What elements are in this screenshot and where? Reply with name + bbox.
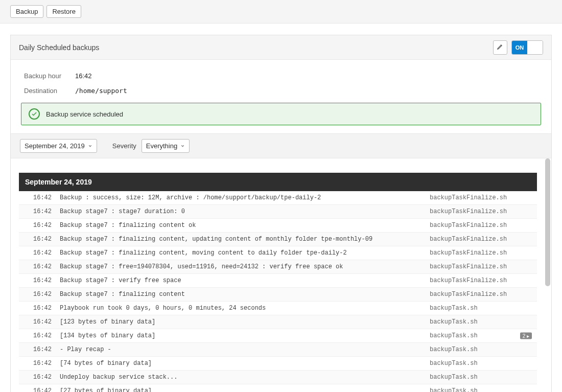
scrollbar-thumb[interactable] <box>545 158 550 286</box>
edit-button[interactable] <box>493 40 507 55</box>
log-message: Backup stage7 : finalizing content, upda… <box>55 233 425 246</box>
log-message: Backup stage7 : verify free space <box>55 274 425 288</box>
log-row[interactable]: 16:42- Play recap -backupTask.sh <box>19 343 537 357</box>
panel-title: Daily Scheduled backups <box>19 43 99 52</box>
restore-button[interactable]: Restore <box>46 5 81 18</box>
log-source: backupTask.sh <box>425 343 537 357</box>
log-message: Playbook run took 0 days, 0 hours, 0 min… <box>55 302 425 315</box>
date-filter-select[interactable]: September 24, 2019 <box>20 139 97 153</box>
severity-label: Severity <box>112 142 136 150</box>
destination-label: Destination <box>24 87 75 95</box>
filter-bar: September 24, 2019 Severity Everything <box>11 133 551 158</box>
backup-hour-label: Backup hour <box>24 72 75 80</box>
daily-backups-panel: Daily Scheduled backups ON Backup hour 1… <box>10 35 552 392</box>
log-source: backupTaskFinalize.sh <box>425 205 537 219</box>
destination-row: Destination /home/support <box>19 85 543 100</box>
log-row[interactable]: 16:42[74 bytes of binary data]backupTask… <box>19 357 537 371</box>
log-row[interactable]: 16:42Backup : success, size: 12M, archiv… <box>19 191 537 205</box>
log-row[interactable]: 16:42[27 bytes of binary data]backupTask… <box>19 384 537 393</box>
log-source: backupTaskFinalize.sh <box>425 219 537 233</box>
log-row[interactable]: 16:42Backup stage7 : free=194078304, use… <box>19 260 537 274</box>
log-time: 16:42 <box>19 205 55 219</box>
log-source: backupTask.sh <box>425 315 537 329</box>
log-message: Backup : success, size: 12M, archive : /… <box>55 191 425 205</box>
log-time: 16:42 <box>19 315 55 329</box>
log-time: 16:42 <box>19 302 55 315</box>
log-source: backupTaskFinalize.sh <box>425 260 537 274</box>
success-alert: Backup service scheduled <box>21 103 541 125</box>
panel-header: Daily Scheduled backups ON <box>11 35 551 60</box>
severity-filter-value: Everything <box>146 142 177 150</box>
log-time: 16:42 <box>19 233 55 246</box>
log-row[interactable]: 16:42Backup stage7 : stage7 duration: 0b… <box>19 205 537 219</box>
log-source: backupTaskFinalize.sh <box>425 288 537 302</box>
log-row[interactable]: 16:42Backup stage7 : finalizing contentb… <box>19 288 537 302</box>
log-row[interactable]: 16:42[134 bytes of binary data]backupTas… <box>19 329 537 343</box>
log-source: backupTaskFinalize.sh <box>425 274 537 288</box>
toggle-on-label: ON <box>512 41 527 54</box>
log-row[interactable]: 16:42Backup stage7 : finalizing content,… <box>19 233 537 246</box>
pencil-icon <box>497 43 504 52</box>
log-message: - Play recap - <box>55 343 425 357</box>
log-time: 16:42 <box>19 371 55 384</box>
log-message: [134 bytes of binary data] <box>55 329 425 343</box>
log-row[interactable]: 16:42Undeploy backup service stack...bac… <box>19 371 537 384</box>
log-time: 16:42 <box>19 384 55 393</box>
log-message: Backup stage7 : finalizing content <box>55 288 425 302</box>
log-source: backupTask.sh <box>425 371 537 384</box>
enable-toggle[interactable]: ON <box>511 40 543 55</box>
log-message: Backup stage7 : finalizing content ok <box>55 219 425 233</box>
log-message: Backup stage7 : stage7 duration: 0 <box>55 205 425 219</box>
log-source: backupTaskFinalize.sh <box>425 233 537 246</box>
backup-button[interactable]: Backup <box>10 5 43 18</box>
log-date-header: September 24, 2019 <box>19 173 537 191</box>
log-source: backupTask.sh <box>425 384 537 393</box>
log-message: Backup stage7 : finalizing content, movi… <box>55 246 425 260</box>
log-time: 16:42 <box>19 288 55 302</box>
log-scroll-area: September 24, 201916:42Backup : success,… <box>11 158 551 392</box>
log-message: [27 bytes of binary data] <box>55 384 425 393</box>
check-circle-icon <box>29 108 40 120</box>
log-time: 16:42 <box>19 274 55 288</box>
backup-hour-value: 16:42 <box>75 72 92 80</box>
log-row[interactable]: 16:42Backup stage7 : finalizing content … <box>19 219 537 233</box>
log-time: 16:42 <box>19 191 55 205</box>
log-message: [74 bytes of binary data] <box>55 357 425 371</box>
log-row[interactable]: 16:42Backup stage7 : finalizing content,… <box>19 246 537 260</box>
date-filter-value: September 24, 2019 <box>25 142 85 150</box>
log-time: 16:42 <box>19 343 55 357</box>
success-message: Backup service scheduled <box>46 110 123 118</box>
log-source: backupTask.sh2 ▸ <box>425 329 537 343</box>
toggle-off-side <box>527 41 543 54</box>
log-time: 16:42 <box>19 357 55 371</box>
top-bar: Backup Restore <box>0 0 562 24</box>
log-source: backupTask.sh <box>425 302 537 315</box>
log-row[interactable]: 16:42[123 bytes of binary data]backupTas… <box>19 315 537 329</box>
log-time: 16:42 <box>19 329 55 343</box>
log-date-header-text: September 24, 2019 <box>19 173 537 191</box>
log-message: [123 bytes of binary data] <box>55 315 425 329</box>
log-row[interactable]: 16:42Backup stage7 : verify free spaceba… <box>19 274 537 288</box>
chevron-down-icon <box>88 142 92 150</box>
chevron-down-icon <box>180 142 185 150</box>
log-source: backupTask.sh <box>425 357 537 371</box>
log-message: Backup stage7 : free=194078304, used=119… <box>55 260 425 274</box>
log-table: September 24, 201916:42Backup : success,… <box>19 173 537 392</box>
log-message: Undeploy backup service stack... <box>55 371 425 384</box>
backup-hour-row: Backup hour 16:42 <box>19 70 543 85</box>
log-source: backupTaskFinalize.sh <box>425 191 537 205</box>
log-source: backupTaskFinalize.sh <box>425 246 537 260</box>
log-row[interactable]: 16:42Playbook run took 0 days, 0 hours, … <box>19 302 537 315</box>
log-row-badge[interactable]: 2 ▸ <box>520 333 532 339</box>
log-time: 16:42 <box>19 219 55 233</box>
log-time: 16:42 <box>19 260 55 274</box>
log-time: 16:42 <box>19 246 55 260</box>
destination-value: /home/support <box>75 87 127 95</box>
severity-filter-select[interactable]: Everything <box>142 139 190 153</box>
